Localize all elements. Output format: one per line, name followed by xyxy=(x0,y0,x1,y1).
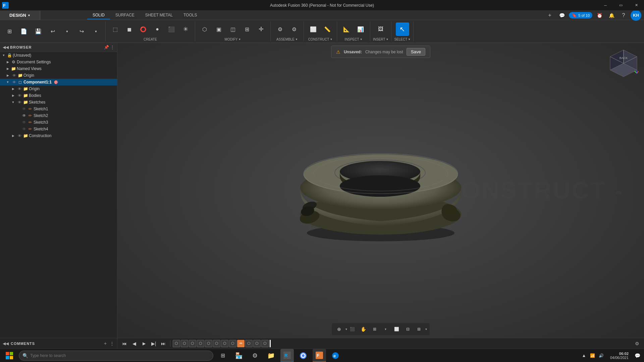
taskbar-autodesk[interactable]: F xyxy=(313,349,326,362)
expand-construction[interactable]: ▶ xyxy=(11,133,15,138)
display-settings-button[interactable]: ⊞ xyxy=(414,324,424,334)
new-button[interactable]: 📄 xyxy=(17,25,31,38)
taskbar-edge[interactable]: e xyxy=(329,349,342,362)
comments-collapse-button[interactable]: ◀◀ xyxy=(3,341,9,346)
eye-icon-origin-comp[interactable]: 👁 xyxy=(17,86,22,92)
pattern-button[interactable]: ✳ xyxy=(179,22,192,36)
maximize-button[interactable]: ▭ xyxy=(613,0,629,11)
step-8[interactable]: ⬡ xyxy=(229,340,236,347)
timeline-settings-button[interactable]: ⚙ xyxy=(633,339,641,348)
step-6[interactable]: ⬡ xyxy=(213,340,220,347)
expand-bodies[interactable]: ▶ xyxy=(11,93,15,98)
eye-icon-sketch2[interactable]: 👁 xyxy=(21,113,27,118)
tab-sheet-metal[interactable]: SHEET METAL xyxy=(140,11,178,19)
insert-label[interactable]: INSERT▼ xyxy=(373,38,388,41)
eye-icon-sketch3[interactable]: 👁 xyxy=(21,120,27,125)
start-button[interactable] xyxy=(3,349,16,362)
action-center-icon[interactable]: 💬 xyxy=(633,352,641,360)
taskbar-app1[interactable]: R xyxy=(280,349,294,362)
eye-icon-component1[interactable]: 👁 xyxy=(11,79,17,85)
task-view-button[interactable]: ⊞ xyxy=(216,349,229,362)
tab-tools[interactable]: TOOLS xyxy=(178,11,202,19)
zoom-dropdown[interactable]: ▼ xyxy=(381,324,391,334)
tree-item-bodies[interactable]: ▶ 👁 📁 Bodies xyxy=(0,92,117,99)
eye-icon-construction[interactable]: 👁 xyxy=(17,133,22,138)
create-label[interactable]: CREATE xyxy=(144,38,157,41)
clock[interactable]: 06:02 04/06/2021 xyxy=(607,351,631,360)
tree-item-unsaved[interactable]: ▼ 🔒 (Unsaved) xyxy=(0,52,117,59)
step-10[interactable]: ⬡ xyxy=(245,340,253,347)
viewport[interactable]: ⚠ Unsaved: Changes may be lost Save CONS… xyxy=(117,43,644,338)
construct-label-btn[interactable]: CONSTRUCT▼ xyxy=(308,38,333,41)
zoom-window-button[interactable]: ⊞ xyxy=(370,324,380,334)
minimize-button[interactable]: ─ xyxy=(598,0,613,11)
comments-add-button[interactable]: ＋ xyxy=(103,341,108,347)
shell-button[interactable]: ◫ xyxy=(226,22,239,36)
expand-origin-root[interactable]: ▶ xyxy=(5,73,10,78)
browser-collapse-button[interactable]: ◀◀ xyxy=(3,45,9,50)
insert-image-button[interactable]: 🖼 xyxy=(374,22,387,36)
eye-icon-sketch1[interactable]: 👁 xyxy=(21,106,27,112)
pan-button[interactable]: ✋ xyxy=(359,324,369,334)
step-1[interactable]: ⬡ xyxy=(173,340,180,347)
tab-solid[interactable]: SOLID xyxy=(87,11,110,19)
select-button[interactable]: ↖ xyxy=(396,22,409,36)
axis-button[interactable]: 📏 xyxy=(321,22,334,36)
timeline-play-button[interactable]: ▶ xyxy=(140,339,148,348)
timeline-end-button[interactable]: ⏭ xyxy=(159,339,168,348)
version-badge[interactable]: 🔖 5 of 10 xyxy=(569,12,592,18)
expand-component1[interactable]: ▼ xyxy=(5,80,10,84)
interference-button[interactable]: 📊 xyxy=(354,22,367,36)
fillet-button[interactable]: ▣ xyxy=(212,22,225,36)
browser-pin-button[interactable]: 📌 xyxy=(104,45,109,50)
box-button[interactable]: ⬛ xyxy=(165,22,178,36)
tree-item-origin-root[interactable]: ▶ 👁 📁 Origin xyxy=(0,72,117,79)
expand-origin-comp[interactable]: ▶ xyxy=(11,86,15,91)
modify-label[interactable]: MODIFY▼ xyxy=(225,38,241,41)
tree-item-named-views[interactable]: ▶ 📁 Named Views xyxy=(0,65,117,72)
taskbar-store[interactable]: 🏪 xyxy=(232,349,246,362)
tree-item-sketch2[interactable]: ▶ 👁 ✏ Sketch2 xyxy=(0,112,117,119)
press-pull-button[interactable]: ⬡ xyxy=(198,22,211,36)
sphere-button[interactable]: ● xyxy=(151,22,164,36)
expand-sketches[interactable]: ▼ xyxy=(11,100,15,105)
tree-item-sketch4[interactable]: ▶ 👁 ✏ Sketch4 xyxy=(0,126,117,132)
undo-dropdown[interactable]: ▼ xyxy=(60,25,74,38)
timeline-start-button[interactable]: ⏮ xyxy=(120,339,129,348)
tree-item-sketch3[interactable]: ▶ 👁 ✏ Sketch3 xyxy=(0,119,117,126)
taskbar-explorer[interactable]: 📁 xyxy=(264,349,278,362)
taskbar-settings[interactable]: ⚙ xyxy=(248,349,262,362)
visual-style-button[interactable]: ⬜ xyxy=(392,324,402,334)
new-tab-button[interactable]: ＋ xyxy=(545,10,555,20)
expand-named-views[interactable]: ▶ xyxy=(5,66,10,71)
apps-button[interactable]: ⊞ xyxy=(3,25,16,38)
volume-icon[interactable]: 🔊 xyxy=(597,352,605,360)
move-button[interactable]: ✛ xyxy=(254,22,268,36)
design-button[interactable]: DESIGN ▼ xyxy=(0,11,40,20)
fit-to-screen-button[interactable]: ⬛ xyxy=(347,324,358,334)
eye-icon-bodies[interactable]: 👁 xyxy=(17,93,22,98)
orbit-button[interactable]: ⊕ xyxy=(334,324,344,334)
taskbar-chrome[interactable] xyxy=(297,349,310,362)
measure-button[interactable]: 📐 xyxy=(340,22,353,36)
view-cube[interactable]: BACK xyxy=(608,48,639,78)
notification-button[interactable]: 🔔 xyxy=(606,10,616,20)
step-3[interactable]: ⬡ xyxy=(189,340,196,347)
tree-item-sketch1[interactable]: ▶ 👁 ✏ Sketch1 xyxy=(0,106,117,112)
save-button[interactable]: 💾 xyxy=(32,25,45,38)
tree-item-document-settings[interactable]: ▶ ⚙ Document Settings xyxy=(0,59,117,65)
tree-item-component1[interactable]: ▼ 👁 ◻ Component1:1 🎯 xyxy=(0,79,117,85)
comments-more-button[interactable]: ⋮ xyxy=(110,341,114,346)
sys-tray-expand[interactable]: ▲ xyxy=(580,352,588,360)
tree-item-sketches[interactable]: ▼ 👁 📁 Sketches xyxy=(0,99,117,106)
save-unsaved-button[interactable]: Save xyxy=(407,48,425,56)
expand-document-settings[interactable]: ▶ xyxy=(5,60,10,64)
grid-button[interactable]: ⊟ xyxy=(403,324,413,334)
browser-more-button[interactable]: ⋮ xyxy=(110,45,114,50)
joint-button[interactable]: ⚙ xyxy=(273,22,287,36)
eye-icon-sketch4[interactable]: 👁 xyxy=(21,126,27,132)
taskbar-search[interactable]: 🔍 xyxy=(19,351,213,361)
close-button[interactable]: ✕ xyxy=(629,0,644,11)
network-icon[interactable]: 📶 xyxy=(589,352,597,360)
assemble-label[interactable]: ASSEMBLE▼ xyxy=(276,38,298,41)
